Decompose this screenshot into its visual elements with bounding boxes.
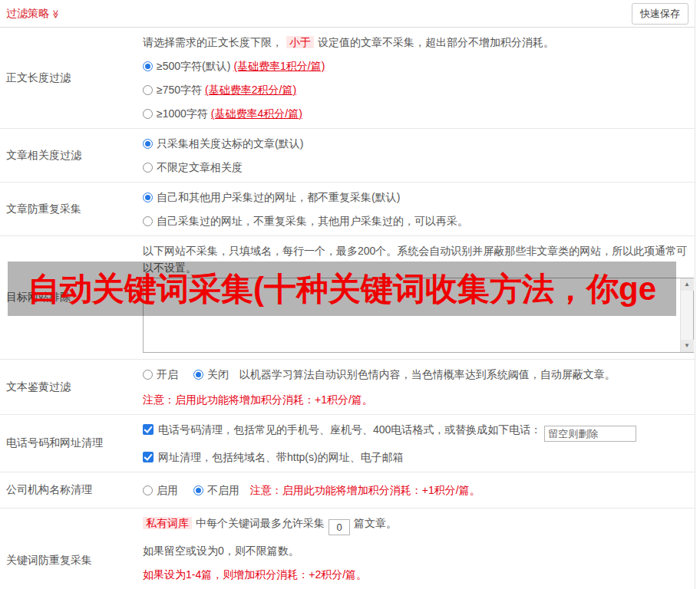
porn-filter-off-option[interactable]: 关闭 bbox=[193, 368, 229, 380]
row-content: 请选择需求的正文长度下限，小于设定值的文章不采集，超出部分不增加积分消耗。 ≥5… bbox=[137, 28, 695, 128]
company-clean-note: 注意：启用此功能将增加积分消耗：+1积分/篇。 bbox=[250, 484, 480, 496]
relevance-option-any[interactable]: 不限定文章相关度 bbox=[143, 159, 693, 176]
scroll-up-icon[interactable]: ▲ bbox=[681, 278, 694, 291]
radio-icon[interactable] bbox=[143, 216, 153, 226]
keyword-limit-input[interactable] bbox=[329, 519, 350, 535]
collapse-chevron-icon: ≫ bbox=[51, 10, 61, 19]
row-phone-url-clean: 电话号码和网址清理 电话号码清理，包括常见的手机号、座机号、400电话格式，或替… bbox=[0, 415, 695, 472]
radio-selected-icon[interactable] bbox=[193, 485, 203, 495]
porn-filter-note: 注意：启用此功能将增加积分消耗：+1积分/篇。 bbox=[143, 391, 693, 408]
porn-filter-on-option[interactable]: 开启 bbox=[143, 368, 178, 380]
keyword-note-zero: 如果留空或设为0，则不限篇数。 bbox=[143, 542, 693, 559]
page-title-text: 过滤策略 bbox=[6, 7, 49, 21]
fee-note: (基础费率1积分/篇) bbox=[233, 60, 325, 72]
private-lexicon-highlight: 私有词库 bbox=[143, 517, 192, 529]
scroll-down-icon[interactable]: ▼ bbox=[681, 340, 694, 352]
fee-note: (基础费率4积分/篇) bbox=[211, 107, 302, 120]
radio-icon[interactable] bbox=[143, 109, 153, 119]
row-content: 启用 不启用 注意：启用此功能将增加积分消耗：+1积分/篇。 bbox=[137, 472, 695, 508]
page-title[interactable]: 过滤策略 ≫ bbox=[6, 7, 61, 21]
radio-selected-icon[interactable] bbox=[143, 139, 153, 149]
quick-save-button[interactable]: 快速保存 bbox=[632, 3, 688, 25]
row-porn-filter: 文本鉴黄过滤 开启 关闭 以机器学习算法自动识别色情内容，当色情概率达到系统阈值… bbox=[0, 360, 695, 415]
row-company-clean: 公司机构名称清理 启用 不启用 注意：启用此功能将增加积分消耗：+1积分/篇。 bbox=[0, 472, 695, 508]
less-than-highlight: 小于 bbox=[286, 36, 314, 48]
row-label: 文章防重复采集 bbox=[0, 183, 137, 235]
keyword-note-1-4: 如果设为1-4篇，则增加积分消耗：+2积分/篇。 bbox=[143, 566, 693, 583]
checkbox-checked-icon[interactable] bbox=[143, 424, 154, 435]
row-label: 公司机构名称清理 bbox=[0, 472, 137, 508]
length-option-1000[interactable]: ≥1000字符(基础费率4积分/篇) bbox=[143, 105, 693, 122]
row-body-length-filter: 正文长度过滤 请选择需求的正文长度下限，小于设定值的文章不采集，超出部分不增加积… bbox=[0, 28, 695, 129]
row-label: 正文长度过滤 bbox=[0, 28, 137, 128]
radio-icon[interactable] bbox=[143, 370, 153, 380]
porn-filter-desc: 以机器学习算法自动识别色情内容，当色情概率达到系统阈值，自动屏蔽文章。 bbox=[239, 368, 616, 380]
row-content: 只采集相关度达标的文章(默认) 不限定文章相关度 bbox=[137, 129, 695, 182]
row-keyword-dedup: 关键词防重复采集 私有词库中每个关键词最多允许采集篇文章。 如果留空或设为0，则… bbox=[0, 508, 695, 589]
dedup-option-global[interactable]: 自己和其他用户采集过的网址，都不重复采集(默认) bbox=[143, 189, 693, 206]
dedup-option-self[interactable]: 自己采集过的网址，不重复采集，其他用户采集过的，可以再采。 bbox=[143, 212, 693, 229]
row-label: 文本鉴黄过滤 bbox=[0, 360, 137, 414]
radio-icon[interactable] bbox=[143, 85, 153, 95]
row-content: 自己和其他用户采集过的网址，都不重复采集(默认) 自己采集过的网址，不重复采集，… bbox=[137, 183, 695, 235]
body-length-intro: 请选择需求的正文长度下限，小于设定值的文章不采集，超出部分不增加积分消耗。 bbox=[143, 34, 693, 51]
row-label: 关键词防重复采集 bbox=[0, 508, 137, 589]
phone-clean-option[interactable]: 电话号码清理，包括常见的手机号、座机号、400电话格式，或替换成如下电话： bbox=[143, 421, 693, 442]
row-label: 文章相关度过滤 bbox=[0, 129, 137, 182]
length-option-750[interactable]: ≥750字符(基础费率2积分/篇) bbox=[143, 81, 693, 98]
radio-selected-icon[interactable] bbox=[193, 370, 203, 380]
checkbox-checked-icon[interactable] bbox=[143, 452, 154, 462]
header-bar: 过滤策略 ≫ 快速保存 bbox=[0, 0, 695, 28]
row-content: 电话号码清理，包括常见的手机号、座机号、400电话格式，或替换成如下电话： 网址… bbox=[137, 415, 695, 472]
relevance-option-strict[interactable]: 只采集相关度达标的文章(默认) bbox=[143, 135, 693, 152]
textarea-scrollbar[interactable]: ▲ ▼ bbox=[680, 278, 693, 352]
company-clean-off-option[interactable]: 不启用 bbox=[193, 484, 239, 496]
row-content: 开启 关闭 以机器学习算法自动识别色情内容，当色情概率达到系统阈值，自动屏蔽文章… bbox=[137, 360, 695, 414]
row-relevance-filter: 文章相关度过滤 只采集相关度达标的文章(默认) 不限定文章相关度 bbox=[0, 129, 695, 183]
radio-selected-icon[interactable] bbox=[143, 192, 153, 202]
url-clean-option[interactable]: 网址清理，包括纯域名、带http(s)的网址、电子邮箱 bbox=[143, 449, 693, 466]
radio-icon[interactable] bbox=[143, 163, 153, 173]
row-article-dedup: 文章防重复采集 自己和其他用户采集过的网址，都不重复采集(默认) 自己采集过的网… bbox=[0, 183, 695, 236]
radio-icon[interactable] bbox=[143, 485, 153, 495]
replacement-phone-input[interactable] bbox=[544, 426, 636, 442]
fee-note: (基础费率2积分/篇) bbox=[205, 84, 296, 96]
length-option-500[interactable]: ≥500字符(默认)(基础费率1积分/篇) bbox=[143, 58, 693, 74]
company-clean-on-option[interactable]: 启用 bbox=[143, 484, 178, 496]
keyword-limit-line: 私有词库中每个关键词最多允许采集篇文章。 bbox=[143, 515, 693, 535]
row-content: 私有词库中每个关键词最多允许采集篇文章。 如果留空或设为0，则不限篇数。 如果设… bbox=[137, 508, 695, 589]
promo-overlay-text: 自动关键词采集(十种关键词收集方法，你ge bbox=[8, 268, 656, 311]
row-label: 电话号码和网址清理 bbox=[0, 415, 137, 472]
radio-selected-icon[interactable] bbox=[143, 61, 153, 71]
promo-overlay-banner: 自动关键词采集(十种关键词收集方法，你ge bbox=[8, 262, 676, 316]
